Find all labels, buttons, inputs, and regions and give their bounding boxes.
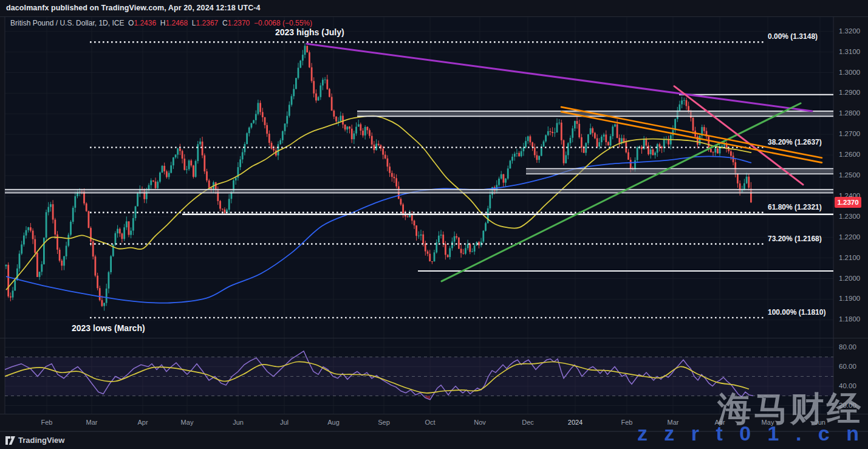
tradingview-published-chart: dacolmanfx published on TradingView.com,…: [0, 0, 868, 449]
price-axis-tick[interactable]: 1.2300: [839, 213, 860, 220]
tradingview-brand[interactable]: TradingView: [18, 436, 64, 445]
time-axis-tick[interactable]: Apr: [137, 419, 148, 426]
time-axis-tick[interactable]: Sep: [378, 419, 390, 426]
fib-level-label: 100.00% (1.1810): [768, 308, 825, 317]
annotation-2023-lows: 2023 lows (March): [72, 323, 145, 333]
price-axis-tick[interactable]: 1.2500: [839, 171, 860, 179]
chart-canvas[interactable]: [0, 0, 868, 449]
price-axis-tick[interactable]: 1.1900: [839, 295, 860, 302]
time-axis-tick[interactable]: Mar: [86, 419, 98, 426]
time-axis-tick[interactable]: 2024: [568, 419, 583, 426]
price-axis-tick[interactable]: 1.2800: [839, 109, 860, 117]
sr-zone[interactable]: [5, 190, 833, 193]
close-label: C: [222, 19, 228, 27]
time-axis-tick[interactable]: Feb: [41, 419, 53, 426]
time-axis-tick[interactable]: May: [181, 419, 194, 426]
low-value: 1.2367: [196, 19, 219, 27]
close-value: 1.2370: [228, 19, 250, 27]
change-value: −0.0068 (−0.55%): [254, 19, 312, 27]
price-axis-tick[interactable]: 1.2100: [839, 254, 860, 261]
time-axis-tick[interactable]: Jul: [280, 419, 289, 426]
time-axis-tick[interactable]: Feb: [621, 419, 633, 426]
time-axis-tick[interactable]: Dec: [522, 419, 534, 426]
time-axis-tick[interactable]: Nov: [474, 419, 486, 426]
watermark-url: z z r t 0 1 . c n: [637, 422, 864, 445]
fib-level-label: 0.00% (1.3148): [768, 32, 818, 41]
time-axis-tick[interactable]: Oct: [425, 419, 435, 426]
symbol-bar[interactable]: British Pound / U.S. Dollar, 1D, ICE O1.…: [10, 19, 312, 27]
price-axis-tick[interactable]: 1.2200: [839, 233, 860, 241]
open-value: 1.2436: [134, 19, 156, 27]
published-byline: dacolmanfx published on TradingView.com,…: [6, 4, 261, 12]
price-axis-tick[interactable]: 1.2900: [839, 89, 860, 96]
last-price-badge: 1.2370: [835, 197, 861, 208]
price-axis-tick[interactable]: 1.2700: [839, 130, 860, 137]
time-axis-tick[interactable]: Jun: [233, 419, 244, 426]
low-label: L: [192, 19, 196, 27]
time-axis-tick[interactable]: Aug: [327, 419, 340, 426]
tradingview-logo-icon[interactable]: [5, 436, 15, 445]
price-axis-tick[interactable]: 1.2000: [839, 275, 860, 282]
price-axis-tick[interactable]: 1.2600: [839, 151, 860, 158]
fib-level-label: 61.80% (1.2321): [768, 203, 822, 211]
price-axis-tick[interactable]: 1.1800: [839, 315, 860, 323]
rsi-axis-tick[interactable]: 80.00: [839, 343, 856, 351]
rsi-axis-tick[interactable]: 60.00: [839, 363, 856, 370]
price-axis-tick[interactable]: 1.3100: [839, 48, 860, 55]
high-value: 1.2468: [165, 19, 188, 27]
annotation-2023-highs: 2023 highs (July): [275, 27, 344, 37]
fib-level-label: 38.20% (1.2637): [768, 138, 822, 146]
price-axis-tick[interactable]: 1.3200: [839, 27, 860, 35]
symbol-title: British Pound / U.S. Dollar, 1D, ICE: [10, 19, 124, 27]
fib-level-label: 73.20% (1.2168): [768, 235, 822, 243]
price-axis-tick[interactable]: 1.3000: [839, 69, 860, 76]
